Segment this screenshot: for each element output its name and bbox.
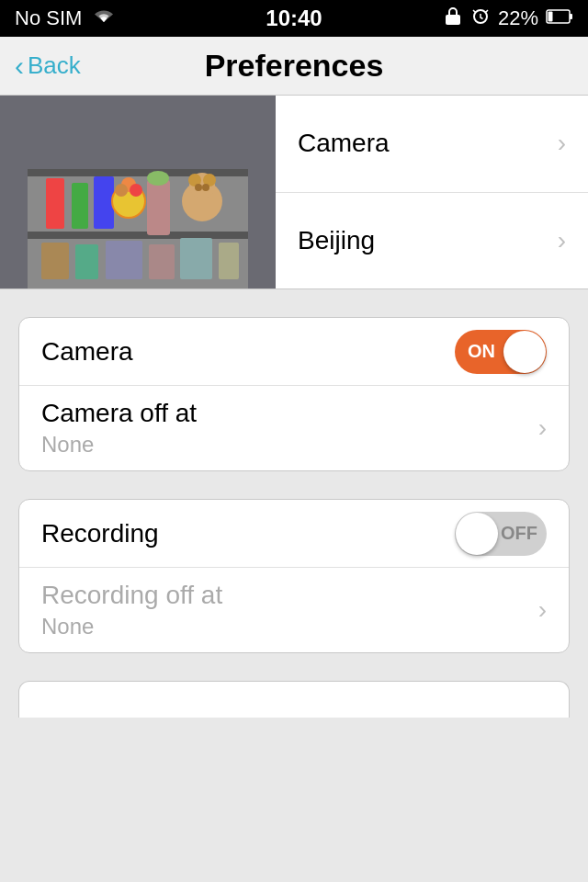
alarm-icon bbox=[470, 6, 491, 31]
camera-off-at-label: Camera off at bbox=[41, 399, 538, 428]
svg-rect-26 bbox=[75, 244, 98, 279]
recording-toggle-knob bbox=[456, 513, 498, 555]
status-right: 22% bbox=[443, 6, 573, 31]
page-title: Preferences bbox=[205, 48, 384, 84]
camera-section: Camera ON Camera off at None › bbox=[18, 317, 570, 471]
recording-toggle-row: Recording OFF bbox=[19, 500, 569, 568]
preview-menu: Camera › Beijing › bbox=[276, 96, 588, 288]
battery-icon bbox=[546, 6, 573, 30]
svg-rect-27 bbox=[106, 241, 142, 279]
svg-rect-4 bbox=[548, 12, 553, 22]
camera-toggle-text: ON bbox=[468, 341, 495, 362]
camera-toggle-row: Camera ON bbox=[19, 318, 569, 386]
bottom-partial-section bbox=[18, 681, 570, 718]
recording-off-at-content: Recording off at None bbox=[41, 568, 538, 652]
camera-toggle-label: Camera bbox=[41, 337, 133, 367]
camera-toggle[interactable]: ON bbox=[455, 330, 547, 374]
recording-off-at-label: Recording off at bbox=[41, 581, 538, 610]
svg-rect-29 bbox=[180, 238, 212, 279]
back-label: Back bbox=[28, 51, 81, 80]
svg-point-23 bbox=[195, 184, 202, 191]
status-time: 10:40 bbox=[266, 6, 322, 31]
svg-rect-17 bbox=[147, 180, 170, 235]
svg-rect-8 bbox=[28, 232, 248, 239]
lock-icon bbox=[443, 6, 463, 31]
status-bar: No SIM 10:40 22% bbox=[0, 0, 588, 37]
battery-text: 22% bbox=[498, 6, 538, 30]
camera-off-at-content: Camera off at None bbox=[41, 386, 538, 470]
svg-point-18 bbox=[147, 171, 169, 186]
camera-chevron-icon: › bbox=[558, 129, 566, 158]
camera-off-at-row[interactable]: Camera off at None › bbox=[19, 386, 569, 470]
svg-point-24 bbox=[202, 184, 209, 191]
beijing-chevron-icon: › bbox=[558, 226, 566, 255]
carrier-label: No SIM bbox=[15, 6, 82, 30]
recording-off-at-chevron-icon: › bbox=[538, 595, 547, 625]
back-button[interactable]: ‹ Back bbox=[15, 51, 81, 80]
beijing-menu-label: Beijing bbox=[298, 226, 375, 255]
beijing-menu-item[interactable]: Beijing › bbox=[276, 193, 588, 289]
svg-rect-9 bbox=[46, 178, 64, 229]
status-left: No SIM bbox=[15, 6, 117, 31]
recording-toggle[interactable]: OFF bbox=[455, 512, 547, 556]
camera-toggle-knob bbox=[503, 331, 546, 373]
wifi-icon bbox=[91, 6, 117, 31]
svg-rect-3 bbox=[570, 14, 572, 19]
svg-rect-0 bbox=[446, 15, 460, 25]
svg-rect-11 bbox=[94, 176, 114, 229]
svg-rect-28 bbox=[149, 244, 175, 279]
preview-section: Camera › Beijing › bbox=[0, 96, 588, 289]
camera-off-at-value: None bbox=[41, 432, 538, 458]
recording-off-at-row[interactable]: Recording off at None › bbox=[19, 568, 569, 652]
svg-rect-25 bbox=[41, 243, 69, 279]
nav-bar: ‹ Back Preferences bbox=[0, 37, 588, 96]
svg-point-15 bbox=[130, 184, 142, 197]
svg-rect-7 bbox=[28, 169, 248, 176]
recording-off-at-value: None bbox=[41, 614, 538, 639]
camera-preview-image bbox=[0, 96, 276, 288]
recording-section: Recording OFF Recording off at None › bbox=[18, 499, 570, 653]
camera-off-at-chevron-icon: › bbox=[538, 413, 547, 443]
back-chevron-icon: ‹ bbox=[15, 52, 24, 80]
recording-toggle-label: Recording bbox=[41, 519, 159, 548]
camera-menu-item[interactable]: Camera › bbox=[276, 96, 588, 193]
camera-menu-label: Camera bbox=[298, 129, 390, 158]
svg-point-16 bbox=[115, 184, 128, 197]
svg-rect-10 bbox=[72, 183, 88, 229]
recording-toggle-text: OFF bbox=[501, 523, 537, 544]
svg-rect-30 bbox=[219, 243, 239, 279]
